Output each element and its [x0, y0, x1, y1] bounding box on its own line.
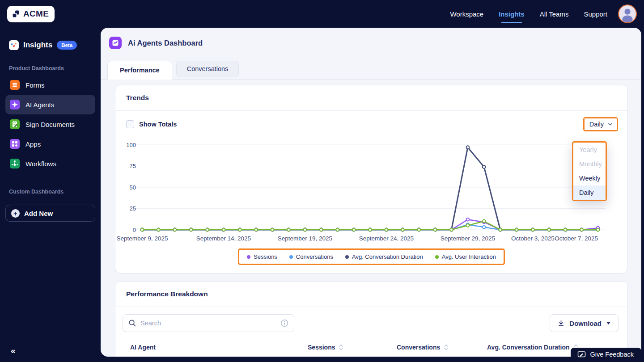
tab-bar: PerformanceConversations: [101, 61, 641, 80]
period-option-weekly[interactable]: Weekly: [573, 171, 606, 185]
column-label: Conversations: [397, 344, 440, 351]
info-icon[interactable]: [280, 319, 288, 327]
legend-dot-icon: [289, 255, 293, 259]
performance-breakdown-card: Performance Breakdown: [115, 281, 628, 357]
svg-text:100: 100: [126, 142, 136, 148]
ai-agents-dashboard-icon: [109, 37, 122, 49]
sidebar-item-label: Workflows: [25, 160, 56, 168]
sidebar-item-sign-documents[interactable]: Sign Documents: [5, 114, 95, 134]
sidebar-item-ai-agents[interactable]: AI Agents: [5, 95, 95, 114]
sort-icon: [444, 344, 449, 351]
apps-icon: [10, 139, 20, 149]
legend-dot-icon: [345, 255, 349, 259]
svg-text:0: 0: [133, 227, 136, 233]
topnav-item-all-teams[interactable]: All Teams: [540, 10, 569, 18]
insights-logo-icon: [9, 40, 19, 50]
trends-card: Trends Show Totals Daily: [115, 85, 628, 274]
period-select-value: Daily: [589, 121, 604, 128]
feedback-label: Give Feedback: [590, 351, 634, 358]
svg-text:50: 50: [130, 184, 136, 191]
download-label: Download: [569, 320, 602, 327]
svg-text:September 29, 2025: September 29, 2025: [441, 235, 495, 242]
performance-breakdown-title: Performance Breakdown: [115, 282, 627, 307]
caret-down-icon: [606, 321, 611, 325]
column-label: AI Agent: [130, 344, 156, 351]
period-option-monthly: Monthly: [573, 157, 606, 171]
legend-item-sessions[interactable]: Sessions: [247, 253, 277, 260]
svg-text:September 14, 2025: September 14, 2025: [196, 235, 251, 242]
logo-text: ACME: [23, 9, 49, 19]
svg-text:25: 25: [130, 205, 136, 212]
show-totals-checkbox[interactable]: [126, 120, 134, 128]
search-input[interactable]: [140, 320, 276, 327]
period-dropdown-menu: YearlyMonthlyWeeklyDaily: [572, 141, 607, 201]
download-icon: [557, 320, 565, 327]
column-header-conversations[interactable]: Conversations: [397, 344, 487, 351]
svg-text:October 7, 2025: October 7, 2025: [555, 235, 598, 242]
acme-logo-icon: [12, 10, 20, 18]
download-button[interactable]: Download: [550, 314, 619, 332]
avatar[interactable]: [618, 4, 637, 23]
breakdown-controls: Download: [115, 307, 627, 332]
app-title: Insights: [23, 41, 52, 50]
section-label-custom-dashboards: Custom Dashboards: [0, 173, 101, 198]
svg-text:75: 75: [130, 163, 136, 169]
sidebar-item-forms[interactable]: Forms: [5, 75, 95, 95]
column-header-sessions[interactable]: Sessions: [308, 344, 397, 351]
acme-logo[interactable]: ACME: [7, 6, 55, 22]
sidebar: Insights Beta Product Dashboards FormsAI…: [0, 28, 101, 362]
topnav-item-support[interactable]: Support: [584, 10, 607, 18]
tab-conversations[interactable]: Conversations: [176, 61, 239, 77]
sidebar-item-workflows[interactable]: Workflows: [5, 154, 95, 173]
legend-dot-icon: [247, 255, 250, 259]
legend-item-avg-conversation-duration[interactable]: Avg. Conversation Duration: [345, 253, 423, 260]
svg-text:October 3, 2025: October 3, 2025: [511, 235, 555, 242]
sort-icon: [339, 344, 343, 351]
svg-text:September 9, 2025: September 9, 2025: [117, 235, 168, 242]
trends-controls: Show Totals Daily: [115, 111, 627, 131]
svg-text:September 24, 2025: September 24, 2025: [359, 235, 414, 242]
legend-label: Avg. Conversation Duration: [352, 253, 423, 260]
trends-title: Trends: [115, 85, 627, 111]
workflows-icon: [10, 159, 20, 168]
topnav-item-insights[interactable]: Insights: [499, 10, 525, 18]
legend-label: Sessions: [254, 253, 277, 260]
panel-body: Trends Show Totals Daily: [101, 79, 641, 357]
topnav-item-workspace[interactable]: Workspace: [450, 10, 483, 18]
give-feedback-button[interactable]: Give Feedback: [571, 348, 641, 362]
sidebar-item-label: Sign Documents: [25, 121, 75, 128]
feedback-icon: [577, 350, 586, 358]
plus-icon: +: [11, 209, 20, 218]
column-label: Sessions: [308, 344, 335, 351]
tab-performance[interactable]: Performance: [107, 61, 172, 80]
period-select[interactable]: Daily: [585, 118, 617, 130]
chevron-down-icon: [608, 122, 613, 126]
line-chart: 0255075100September 9, 2025September 14,…: [117, 133, 623, 245]
sidebar-item-label: AI Agents: [25, 101, 54, 109]
legend-label: Avg. User Interaction: [442, 253, 496, 260]
legend-label: Conversations: [296, 253, 333, 260]
dashboard-header: Ai Agents Dashboard: [101, 28, 641, 49]
collapse-sidebar-icon[interactable]: «: [11, 346, 16, 356]
annotation-highlight-legend: SessionsConversationsAvg. Conversation D…: [238, 248, 505, 265]
main-panel: Ai Agents Dashboard PerformanceConversat…: [101, 28, 641, 357]
column-header-ai-agent: AI Agent: [130, 344, 308, 351]
page-title: Ai Agents Dashboard: [128, 39, 203, 47]
sidebar-item-apps[interactable]: Apps: [5, 134, 95, 154]
legend-item-avg-user-interaction[interactable]: Avg. User Interaction: [435, 253, 496, 260]
annotation-highlight-period-select: Daily: [583, 117, 618, 131]
show-totals-label: Show Totals: [139, 121, 177, 128]
ai-agents-icon: [10, 100, 20, 109]
svg-text:September 19, 2025: September 19, 2025: [278, 235, 332, 242]
legend-item-conversations[interactable]: Conversations: [289, 253, 333, 260]
trends-chart: 0255075100September 9, 2025September 14,…: [115, 131, 627, 247]
forms-icon: [10, 80, 20, 90]
beta-badge: Beta: [57, 41, 77, 50]
sidebar-items: FormsAI AgentsSign DocumentsAppsWorkflow…: [0, 75, 101, 173]
add-new-button[interactable]: + Add New: [5, 205, 95, 222]
top-navigation: WorkspaceInsightsAll TeamsSupport: [435, 10, 607, 18]
table-header-row: AI AgentSessionsConversationsAvg. Conver…: [115, 332, 627, 357]
column-label: Avg. Conversation Duration: [487, 344, 570, 351]
period-option-daily[interactable]: Daily: [573, 185, 606, 200]
search-box: [123, 314, 294, 332]
